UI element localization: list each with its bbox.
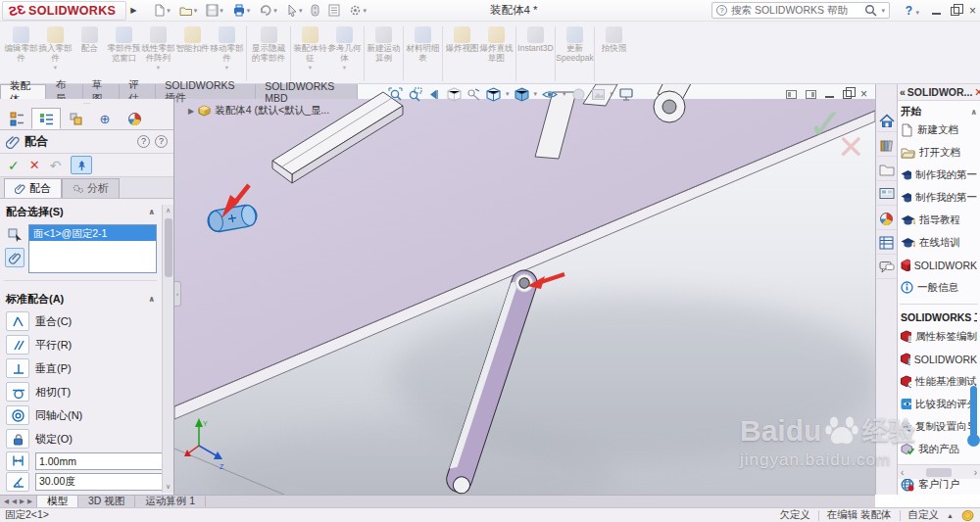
show-hidden-components-button[interactable]: 显示隐藏的零部件 [249,24,288,63]
tab-layout[interactable]: 布局 [46,84,82,99]
whats-new-help-icon[interactable]: ? [137,135,150,148]
configuration-manager-tab[interactable] [61,108,90,129]
copy-settings-wizard-item[interactable]: 复制设置向导 [901,415,977,438]
rebuild-button[interactable] [308,4,322,17]
property-tab-builder-item[interactable]: 属性标签编制 [901,325,977,348]
file-explorer-tab[interactable] [877,159,897,181]
search-dropdown-icon[interactable]: ▾ [881,7,885,15]
performance-benchmark-item[interactable]: 性能基准测试 [901,370,977,393]
mate-selections-header[interactable]: 配合选择(S) ∧ [0,199,161,222]
move-component-button[interactable]: 移动零部件▾ [210,24,244,71]
hide-show-dropdown-icon[interactable]: ▾ [563,90,566,98]
new-motion-study-button[interactable]: 新建运动算例 [367,24,401,63]
scene-dropdown-icon[interactable]: ▾ [611,90,614,98]
first-tab-icon[interactable]: ◀ [3,498,10,505]
scrollbar-thumb[interactable] [165,218,172,277]
view-settings-icon[interactable] [618,87,634,102]
online-training-item[interactable]: 在线培训 [901,231,977,254]
collapse-pane-icon[interactable]: « [900,86,906,98]
smart-fasteners-button[interactable]: 智能扣件 [175,24,210,54]
scroll-left-icon[interactable]: ‹ [901,467,904,478]
selected-entity[interactable]: 面<1>@固定2-1 [29,225,156,241]
new-document-item[interactable]: 新建文档 [901,119,977,141]
coincident-mate-row[interactable]: 重合(C) [0,309,161,333]
first-part-tutorial-item[interactable]: 制作我的第一 [901,164,977,186]
standard-mates-header[interactable]: 标准配合(A) ∧ [0,286,161,309]
appearances-tab[interactable] [877,208,897,230]
solidworks-rx-item[interactable]: SOLIDWORK [901,348,977,370]
mate-selections-listbox[interactable]: 面<1>@固定2-1 [28,224,157,273]
close-button[interactable]: × [969,4,976,18]
collapse-icon[interactable]: ∧ [149,295,156,304]
tree-root-label[interactable]: 装配体4 (默认<默认_显... [215,104,329,118]
doc-minimize-button[interactable] [825,90,834,98]
task-pane-close-button[interactable]: ✕ [974,86,980,99]
model-tab[interactable]: 模型 [37,496,78,507]
tutorials-item[interactable]: 指导教程 [901,209,977,231]
angle-mate-button[interactable] [6,472,29,492]
design-library-tab[interactable] [877,134,897,157]
status-custom-label[interactable]: 自定义 [908,508,940,522]
view-tools-icon[interactable] [466,87,481,102]
solidworks-website-item[interactable]: SOLIDWORK [901,254,977,276]
doc-close-button[interactable]: × [860,87,867,101]
cancel-button[interactable]: ✕ [29,158,40,172]
tab-solidworks-mbd[interactable]: SOLIDWORKS MBD [256,84,358,99]
tab-evaluate[interactable]: 评估 [120,84,156,99]
property-manager-tab[interactable] [31,108,61,129]
general-information-item[interactable]: 一般信息 [901,276,977,299]
collapse-icon[interactable]: ∧ [149,208,156,216]
first-assembly-tutorial-item[interactable]: 制作我的第一 [901,186,977,209]
open-document-button[interactable]: ▾ [176,4,201,17]
last-tab-icon[interactable]: ▶ [26,498,33,505]
save-button[interactable]: ▾ [203,4,226,17]
help-button[interactable]: ? ▾ [906,4,919,18]
solidworks-tools-title[interactable]: SOLIDWORKS 工... [901,311,977,325]
update-speedpak-button[interactable]: 更新Speedpak [558,24,592,63]
exploded-view-button[interactable]: 爆炸视图 [445,24,479,54]
take-snapshot-button[interactable]: 拍快照 [597,24,631,54]
apply-scene-icon[interactable] [591,87,606,102]
task-pane-hscrollbar[interactable]: ‹ › [898,464,980,479]
assembly-features-button[interactable]: 装配体特征▾ [293,24,327,71]
multiple-mate-mode-button[interactable] [5,248,24,267]
doc-restore-button[interactable] [843,90,852,99]
display-manager-tab[interactable] [120,108,149,129]
status-custom-dropdown-icon[interactable]: ▲ [947,512,954,519]
tangent-mate-row[interactable]: 相切(T) [0,380,161,403]
tab-solidworks-addins[interactable]: SOLIDWORKS 插件 [156,84,256,99]
lock-mate-row[interactable]: 锁定(O) [0,427,161,451]
display-style-icon[interactable] [514,87,529,102]
graphics-area[interactable]: ✓ ✕ Y Z ▶ 装配体4 (默认<默认_显... ▾ [174,84,875,495]
hide-show-items-icon[interactable] [542,87,558,102]
options-button[interactable]: ▾ [346,4,369,17]
search-box[interactable]: ? 搜索 SOLIDWORKS 帮助 ▾ [711,2,890,19]
restore-button[interactable] [951,7,959,16]
undo-button[interactable]: ▾ [256,4,280,17]
ok-button[interactable]: ✓ [8,158,20,173]
panel-scrollbar[interactable]: ∧ ∨ [162,205,173,493]
print-button[interactable]: ▾ [229,4,254,17]
bill-of-materials-button[interactable]: 材料明细表 [406,24,440,63]
pane-left-icon[interactable] [786,90,797,99]
resources-home-tab[interactable] [877,110,897,132]
open-document-item[interactable]: 打开文档 [901,141,977,164]
mates-subtab[interactable]: 配合 [4,178,62,198]
parallel-mate-row[interactable]: 平行(R) [0,333,161,356]
zoom-area-icon[interactable] [408,87,422,102]
compare-score-item[interactable]: 比较我的评分 [901,393,977,415]
analysis-subtab[interactable]: 分析 [62,178,120,198]
view-palette-tab[interactable] [877,183,897,206]
3d-views-tab[interactable]: 3D 视图 [78,496,135,507]
forum-tab[interactable] [877,257,897,279]
explode-line-sketch-button[interactable]: 爆炸直线草图 [479,24,514,63]
custom-properties-tab[interactable] [877,232,897,255]
help-icon[interactable]: ? [155,135,168,148]
menu-flyout-icon[interactable]: ▶ [130,6,136,15]
angle-input[interactable] [36,474,173,490]
edit-appearance-icon[interactable] [571,87,586,102]
insert-components-button[interactable]: 插入零部件▾ [38,24,73,71]
distance-mate-button[interactable] [6,451,29,471]
motion-study-tab[interactable]: 运动算例 1 [135,496,206,507]
zoom-fit-icon[interactable] [388,87,403,102]
